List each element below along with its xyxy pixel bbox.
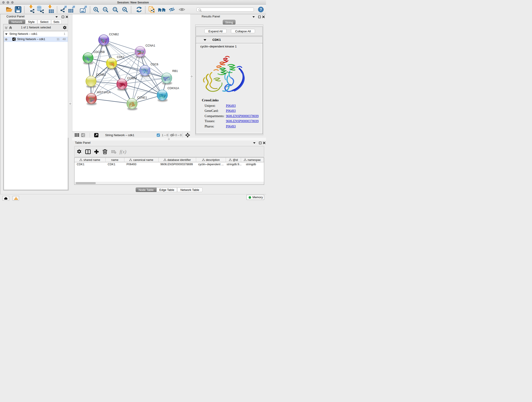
svg-text:f(x): f(x)	[120, 149, 126, 154]
svg-text:CCNA2: CCNA2	[127, 77, 137, 80]
svg-text:CDK1: CDK1	[117, 56, 124, 59]
svg-text:?: ?	[260, 7, 262, 12]
svg-text:CCNB2: CCNB2	[109, 33, 119, 36]
svg-text:CDC6: CDC6	[151, 63, 158, 66]
svg-text:CCNB1: CCNB1	[96, 73, 106, 76]
svg-text:String Network – cdk1: String Network – cdk1	[105, 133, 134, 137]
svg-text:1 – 0: 1 – 0	[162, 134, 168, 137]
svg-text:CCNA1: CCNA1	[146, 44, 155, 47]
svg-text:HIST1H1A: HIST1H1A	[97, 91, 111, 94]
svg-text:0 – 0: 0 – 0	[175, 134, 182, 137]
svg-text:CDKN1A: CDKN1A	[167, 87, 179, 90]
svg-text:CDC25B: CDC25B	[94, 51, 105, 54]
svg-text:CCNE1: CCNE1	[137, 96, 147, 99]
svg-text:RB1: RB1	[172, 70, 178, 73]
